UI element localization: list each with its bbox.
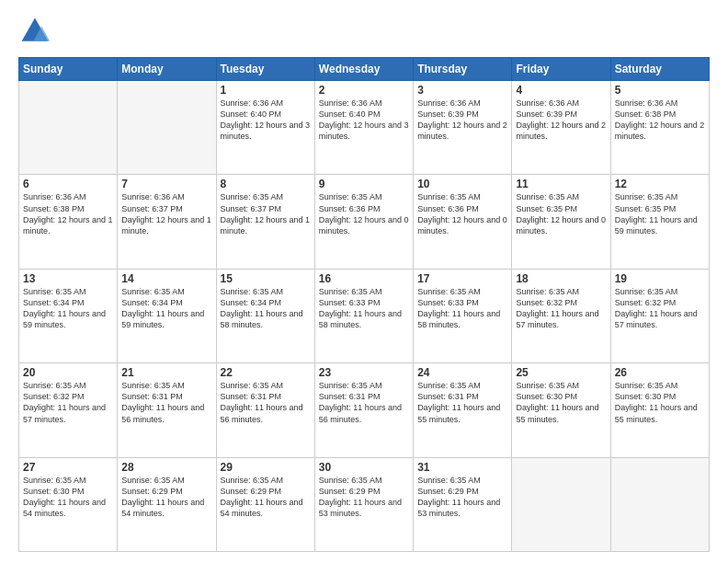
- day-info: Sunrise: 6:35 AMSunset: 6:32 PMDaylight:…: [23, 380, 113, 425]
- day-number: 13: [23, 272, 113, 285]
- day-cell-33: [512, 457, 610, 551]
- weekday-header-saturday: Saturday: [610, 58, 709, 81]
- day-info: Sunrise: 6:36 AMSunset: 6:40 PMDaylight:…: [221, 98, 311, 143]
- day-cell-7: 6Sunrise: 6:36 AMSunset: 6:38 PMDaylight…: [19, 175, 118, 269]
- page: SundayMondayTuesdayWednesdayThursdayFrid…: [0, 0, 728, 563]
- day-cell-23: 22Sunrise: 6:35 AMSunset: 6:31 PMDayligh…: [216, 363, 314, 457]
- day-info: Sunrise: 6:35 AMSunset: 6:36 PMDaylight:…: [417, 191, 507, 236]
- day-number: 10: [417, 178, 507, 190]
- day-info: Sunrise: 6:36 AMSunset: 6:39 PMDaylight:…: [516, 98, 606, 143]
- day-info: Sunrise: 6:35 AMSunset: 6:37 PMDaylight:…: [221, 191, 311, 236]
- day-number: 4: [516, 84, 606, 97]
- day-cell-4: 3Sunrise: 6:36 AMSunset: 6:39 PMDaylight…: [414, 81, 512, 175]
- day-info: Sunrise: 6:36 AMSunset: 6:38 PMDaylight:…: [615, 98, 705, 143]
- day-number: 3: [417, 84, 507, 97]
- day-info: Sunrise: 6:36 AMSunset: 6:39 PMDaylight:…: [417, 98, 507, 143]
- day-cell-17: 16Sunrise: 6:35 AMSunset: 6:33 PMDayligh…: [314, 269, 413, 362]
- day-number: 27: [23, 461, 113, 474]
- day-info: Sunrise: 6:35 AMSunset: 6:31 PMDaylight:…: [121, 380, 211, 425]
- day-cell-15: 14Sunrise: 6:35 AMSunset: 6:34 PMDayligh…: [118, 269, 216, 362]
- week-row-5: 27Sunrise: 6:35 AMSunset: 6:30 PMDayligh…: [19, 457, 710, 551]
- day-number: 21: [121, 366, 211, 379]
- weekday-header-monday: Monday: [118, 58, 216, 81]
- day-number: 29: [221, 461, 311, 474]
- day-number: 11: [516, 178, 606, 190]
- day-cell-8: 7Sunrise: 6:36 AMSunset: 6:37 PMDaylight…: [118, 175, 216, 269]
- day-info: Sunrise: 6:35 AMSunset: 6:29 PMDaylight:…: [121, 475, 211, 520]
- day-info: Sunrise: 6:35 AMSunset: 6:33 PMDaylight:…: [417, 286, 507, 331]
- day-info: Sunrise: 6:35 AMSunset: 6:34 PMDaylight:…: [221, 286, 311, 331]
- day-number: 17: [417, 272, 507, 285]
- day-number: 7: [121, 178, 211, 190]
- day-info: Sunrise: 6:35 AMSunset: 6:30 PMDaylight:…: [516, 380, 606, 425]
- day-cell-26: 25Sunrise: 6:35 AMSunset: 6:30 PMDayligh…: [512, 363, 610, 457]
- day-cell-21: 20Sunrise: 6:35 AMSunset: 6:32 PMDayligh…: [19, 363, 118, 457]
- day-info: Sunrise: 6:35 AMSunset: 6:30 PMDaylight:…: [615, 380, 705, 425]
- day-number: 22: [221, 366, 311, 379]
- day-number: 2: [319, 84, 409, 97]
- day-info: Sunrise: 6:35 AMSunset: 6:36 PMDaylight:…: [319, 191, 409, 236]
- day-cell-19: 18Sunrise: 6:35 AMSunset: 6:32 PMDayligh…: [512, 269, 610, 362]
- day-cell-31: 30Sunrise: 6:35 AMSunset: 6:29 PMDayligh…: [314, 457, 413, 551]
- day-number: 1: [221, 84, 311, 97]
- day-number: 14: [121, 272, 211, 285]
- day-cell-11: 10Sunrise: 6:35 AMSunset: 6:36 PMDayligh…: [414, 175, 512, 269]
- day-number: 30: [319, 461, 409, 474]
- day-info: Sunrise: 6:35 AMSunset: 6:31 PMDaylight:…: [417, 380, 507, 425]
- day-number: 9: [319, 178, 409, 190]
- weekday-header-wednesday: Wednesday: [314, 58, 413, 81]
- header: [18, 15, 710, 48]
- day-cell-27: 26Sunrise: 6:35 AMSunset: 6:30 PMDayligh…: [610, 363, 709, 457]
- day-info: Sunrise: 6:35 AMSunset: 6:32 PMDaylight:…: [516, 286, 606, 331]
- day-cell-6: 5Sunrise: 6:36 AMSunset: 6:38 PMDaylight…: [610, 81, 709, 175]
- week-row-2: 6Sunrise: 6:36 AMSunset: 6:38 PMDaylight…: [19, 175, 710, 269]
- day-cell-30: 29Sunrise: 6:35 AMSunset: 6:29 PMDayligh…: [216, 457, 314, 551]
- day-cell-32: 31Sunrise: 6:35 AMSunset: 6:29 PMDayligh…: [414, 457, 512, 551]
- day-info: Sunrise: 6:35 AMSunset: 6:29 PMDaylight:…: [319, 475, 409, 520]
- day-cell-24: 23Sunrise: 6:35 AMSunset: 6:31 PMDayligh…: [314, 363, 413, 457]
- day-cell-0: [19, 81, 118, 175]
- weekday-header-thursday: Thursday: [414, 58, 512, 81]
- day-info: Sunrise: 6:35 AMSunset: 6:35 PMDaylight:…: [516, 191, 606, 236]
- weekday-header-friday: Friday: [512, 58, 610, 81]
- day-info: Sunrise: 6:35 AMSunset: 6:33 PMDaylight:…: [319, 286, 409, 331]
- day-info: Sunrise: 6:35 AMSunset: 6:30 PMDaylight:…: [23, 475, 113, 520]
- day-cell-14: 13Sunrise: 6:35 AMSunset: 6:34 PMDayligh…: [19, 269, 118, 362]
- day-info: Sunrise: 6:35 AMSunset: 6:31 PMDaylight:…: [319, 380, 409, 425]
- logo-icon: [18, 15, 51, 48]
- day-info: Sunrise: 6:36 AMSunset: 6:37 PMDaylight:…: [121, 191, 211, 236]
- weekday-header-row: SundayMondayTuesdayWednesdayThursdayFrid…: [19, 58, 710, 81]
- day-cell-25: 24Sunrise: 6:35 AMSunset: 6:31 PMDayligh…: [414, 363, 512, 457]
- day-info: Sunrise: 6:35 AMSunset: 6:32 PMDaylight:…: [615, 286, 705, 331]
- day-number: 23: [319, 366, 409, 379]
- day-number: 31: [417, 461, 507, 474]
- weekday-header-sunday: Sunday: [19, 58, 118, 81]
- day-cell-3: 2Sunrise: 6:36 AMSunset: 6:40 PMDaylight…: [314, 81, 413, 175]
- day-info: Sunrise: 6:36 AMSunset: 6:40 PMDaylight:…: [319, 98, 409, 143]
- day-cell-9: 8Sunrise: 6:35 AMSunset: 6:37 PMDaylight…: [216, 175, 314, 269]
- day-number: 28: [121, 461, 211, 474]
- day-info: Sunrise: 6:35 AMSunset: 6:34 PMDaylight:…: [23, 286, 113, 331]
- day-cell-12: 11Sunrise: 6:35 AMSunset: 6:35 PMDayligh…: [512, 175, 610, 269]
- day-number: 5: [615, 84, 705, 97]
- day-cell-18: 17Sunrise: 6:35 AMSunset: 6:33 PMDayligh…: [414, 269, 512, 362]
- day-number: 15: [221, 272, 311, 285]
- day-info: Sunrise: 6:35 AMSunset: 6:29 PMDaylight:…: [221, 475, 311, 520]
- day-cell-34: [610, 457, 709, 551]
- week-row-1: 1Sunrise: 6:36 AMSunset: 6:40 PMDaylight…: [19, 81, 710, 175]
- day-cell-13: 12Sunrise: 6:35 AMSunset: 6:35 PMDayligh…: [610, 175, 709, 269]
- day-info: Sunrise: 6:35 AMSunset: 6:34 PMDaylight:…: [121, 286, 211, 331]
- day-cell-5: 4Sunrise: 6:36 AMSunset: 6:39 PMDaylight…: [512, 81, 610, 175]
- day-info: Sunrise: 6:35 AMSunset: 6:35 PMDaylight:…: [615, 191, 705, 236]
- day-cell-29: 28Sunrise: 6:35 AMSunset: 6:29 PMDayligh…: [118, 457, 216, 551]
- day-cell-22: 21Sunrise: 6:35 AMSunset: 6:31 PMDayligh…: [118, 363, 216, 457]
- day-number: 18: [516, 272, 606, 285]
- day-number: 19: [615, 272, 705, 285]
- day-cell-2: 1Sunrise: 6:36 AMSunset: 6:40 PMDaylight…: [216, 81, 314, 175]
- day-number: 8: [221, 178, 311, 190]
- weekday-header-tuesday: Tuesday: [216, 58, 314, 81]
- day-cell-1: [118, 81, 216, 175]
- calendar-table: SundayMondayTuesdayWednesdayThursdayFrid…: [18, 57, 710, 552]
- day-number: 16: [319, 272, 409, 285]
- day-number: 26: [615, 366, 705, 379]
